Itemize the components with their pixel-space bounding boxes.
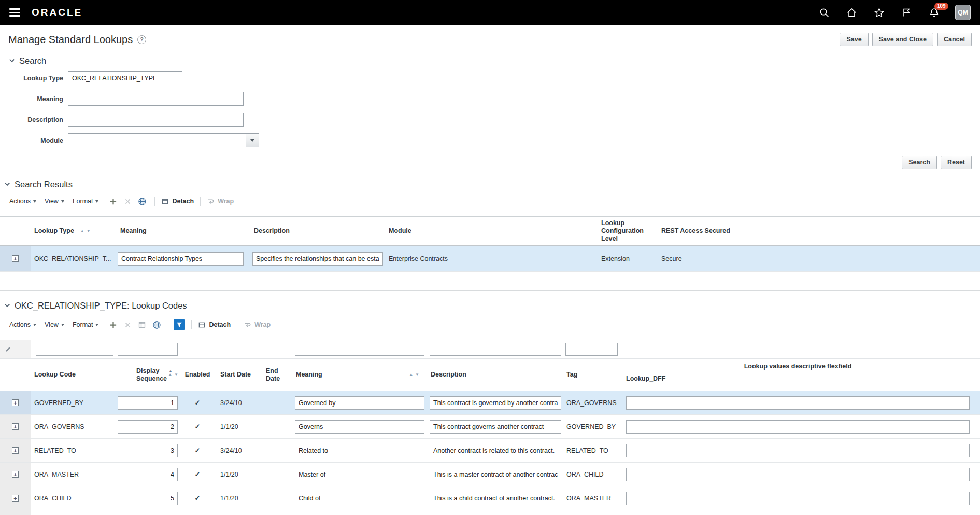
col-lookup-dff[interactable]: Lookup_DFF	[626, 375, 970, 383]
detach-button[interactable]: Detach	[198, 321, 231, 329]
meaning-cell-input[interactable]	[118, 252, 244, 266]
add-row-icon[interactable]	[107, 319, 119, 330]
actions-menu[interactable]: Actions	[9, 198, 36, 205]
lookup-type-input[interactable]	[68, 71, 182, 85]
display-sequence-input[interactable]	[118, 444, 178, 457]
col-description[interactable]: Description	[246, 217, 382, 245]
lookup-dff-input[interactable]	[626, 492, 970, 505]
lookup-code-row[interactable]: + ORA_MASTER ✓ 1/1/20 ORA_CHILD	[0, 463, 980, 486]
meaning-cell-input[interactable]	[295, 492, 424, 505]
description-cell-input[interactable]	[430, 492, 561, 505]
row-header-cell[interactable]: +	[0, 415, 31, 438]
lookup-code-row[interactable]: + ORA_GOVERNS ✓ 1/1/20 GOVERNED_BY	[0, 415, 980, 439]
description-input[interactable]	[68, 113, 244, 127]
expand-row-icon[interactable]: +	[12, 255, 19, 262]
expand-row-icon[interactable]: +	[12, 399, 19, 406]
meaning-cell-input[interactable]	[295, 468, 424, 481]
globe-icon[interactable]	[150, 319, 163, 330]
freeze-grid-icon[interactable]	[136, 319, 148, 330]
reset-button[interactable]: Reset	[941, 156, 972, 169]
col-lookup-type[interactable]: Lookup Type ▲▼	[31, 217, 115, 245]
lookup-dff-input[interactable]	[626, 420, 970, 434]
meaning-cell-input[interactable]	[295, 396, 424, 410]
row-header-cell[interactable]: +	[0, 391, 31, 414]
delete-row-icon[interactable]	[121, 196, 134, 207]
row-header-cell[interactable]: +	[0, 463, 31, 486]
collapse-codes-icon[interactable]	[4, 302, 10, 309]
col-enabled[interactable]: Enabled	[183, 359, 212, 391]
row-header-cell[interactable]: +	[0, 486, 31, 510]
collapse-section-icon[interactable]	[9, 58, 15, 64]
help-icon[interactable]: ?	[137, 35, 146, 44]
row-header-cell[interactable]: +	[0, 510, 31, 515]
module-input[interactable]	[68, 133, 246, 147]
wrap-button[interactable]: Wrap	[244, 321, 271, 329]
actions-menu[interactable]: Actions	[9, 321, 36, 328]
description-cell-input[interactable]	[252, 252, 383, 266]
favorites-icon[interactable]	[873, 6, 885, 19]
meaning-cell-input[interactable]	[295, 444, 424, 457]
lookup-dff-input[interactable]	[626, 468, 970, 481]
notifications-icon[interactable]: 109	[928, 6, 940, 19]
meaning-input[interactable]	[68, 92, 244, 106]
expand-row-icon[interactable]: +	[12, 423, 19, 430]
description-cell-input[interactable]	[430, 444, 561, 457]
qbe-description-input[interactable]	[430, 343, 561, 356]
description-cell-input[interactable]	[430, 468, 561, 481]
col-lookup-code[interactable]: Lookup Code	[31, 359, 117, 391]
save-and-close-button[interactable]: Save and Close	[872, 33, 933, 46]
add-row-icon[interactable]	[107, 196, 119, 207]
sort-asc-icon[interactable]: ▲	[80, 229, 84, 233]
col-tag[interactable]: Tag	[560, 359, 621, 391]
cancel-button[interactable]: Cancel	[937, 33, 972, 46]
lookup-code-row[interactable]: + RELATED_TO ✓ 3/24/10 RELATED_TO	[0, 439, 980, 463]
col-meaning[interactable]: Meaning	[115, 217, 246, 245]
search-result-row[interactable]: + OKC_RELATIONSHIP_T... Enterprise Contr…	[0, 246, 980, 272]
sort-desc-icon[interactable]: ▼	[174, 373, 178, 377]
expand-row-icon[interactable]: +	[12, 471, 19, 478]
home-icon[interactable]	[845, 6, 858, 19]
description-cell-input[interactable]	[430, 396, 561, 410]
format-menu[interactable]: Format	[73, 198, 99, 205]
expand-row-icon[interactable]: +	[12, 495, 19, 502]
col-module[interactable]: Module	[382, 217, 594, 245]
sort-asc-icon[interactable]: ▲	[409, 373, 413, 377]
lookup-dff-input[interactable]	[626, 396, 970, 410]
col-rest-access[interactable]: REST Access Secured	[655, 217, 980, 245]
query-by-example-icon[interactable]	[174, 319, 185, 330]
avatar[interactable]: QM	[955, 5, 971, 20]
collapse-results-icon[interactable]	[4, 181, 10, 187]
lookup-code-row[interactable]: + GOVERNED_BY ✓ 3/24/10 ORA_GOVERNS	[0, 391, 980, 415]
description-cell-input[interactable]	[430, 420, 561, 434]
col-meaning[interactable]: Meaning ▲▼	[289, 359, 424, 391]
expand-row-icon[interactable]: +	[12, 447, 19, 454]
sort-desc-icon[interactable]: ▼	[415, 373, 419, 377]
lookup-dff-input[interactable]	[626, 444, 970, 457]
globe-icon[interactable]	[136, 196, 148, 207]
col-config-level[interactable]: Lookup Configuration Level	[594, 217, 655, 245]
display-sequence-input[interactable]	[118, 492, 178, 505]
view-menu[interactable]: View	[45, 321, 64, 328]
detach-button[interactable]: Detach	[161, 198, 194, 205]
row-header-cell[interactable]: +	[0, 439, 31, 462]
qbe-display-sequence-input[interactable]	[118, 343, 178, 356]
lookup-code-row[interactable]: + ORA_CHILD ✓ 1/1/20 ORA_MASTER	[0, 486, 980, 510]
search-icon[interactable]	[818, 6, 830, 19]
col-description[interactable]: Description	[424, 359, 560, 391]
flag-icon[interactable]	[900, 6, 913, 19]
qbe-meaning-input[interactable]	[295, 343, 424, 356]
display-sequence-input[interactable]	[118, 396, 178, 410]
qbe-lookup-code-input[interactable]	[36, 343, 113, 356]
navigator-menu-icon[interactable]	[9, 8, 20, 17]
wrap-button[interactable]: Wrap	[207, 198, 234, 205]
delete-row-icon[interactable]	[121, 319, 134, 330]
format-menu[interactable]: Format	[73, 321, 99, 328]
qbe-tag-input[interactable]	[565, 343, 618, 356]
col-start-date[interactable]: Start Date	[212, 359, 257, 391]
lookup-code-row[interactable]: +	[0, 510, 980, 515]
display-sequence-input[interactable]	[118, 468, 178, 481]
view-menu[interactable]: View	[45, 198, 64, 205]
row-header-cell[interactable]: +	[0, 246, 31, 271]
display-sequence-input[interactable]	[118, 420, 178, 434]
meaning-cell-input[interactable]	[295, 420, 424, 434]
